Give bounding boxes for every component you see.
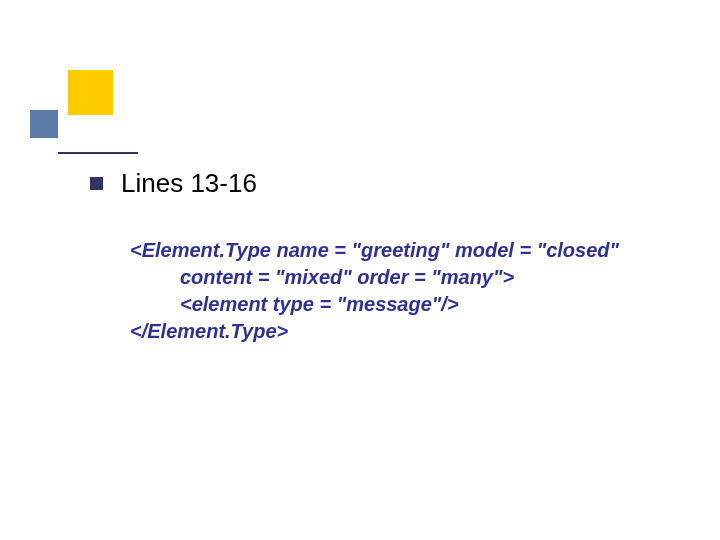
yellow-square xyxy=(68,70,113,115)
slide-content: Lines 13-16 <Element.Type name = "greeti… xyxy=(90,168,670,345)
heading-text: Lines 13-16 xyxy=(121,168,257,199)
bullet-row: Lines 13-16 xyxy=(90,168,670,199)
code-line-4: </Element.Type> xyxy=(130,318,670,345)
blue-square xyxy=(30,110,58,138)
bullet-icon xyxy=(90,177,103,190)
code-line-1: <Element.Type name = "greeting" model = … xyxy=(130,237,670,264)
code-line-2: content = "mixed" order = "many"> xyxy=(130,264,670,291)
horizontal-line xyxy=(58,152,138,154)
slide-decoration xyxy=(30,70,140,160)
code-block: <Element.Type name = "greeting" model = … xyxy=(130,237,670,345)
code-line-3: <element type = "message"/> xyxy=(130,291,670,318)
